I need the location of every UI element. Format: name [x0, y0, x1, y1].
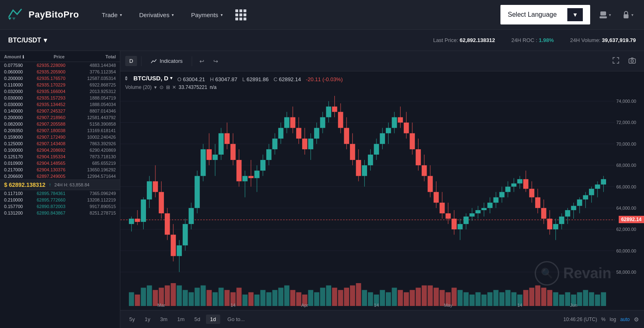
percent-mode-button[interactable]: %: [601, 317, 606, 322]
chart-tools-right: [609, 55, 639, 68]
sell-order-row[interactable]: 0.08200062907.2055885158.390858: [0, 121, 120, 127]
indicators-button[interactable]: Indicators: [146, 56, 187, 66]
1m-button[interactable]: 1m: [173, 315, 189, 324]
trade-arrow-icon: ▾: [120, 13, 122, 17]
lang-dropdown-arrow-icon: ▼: [567, 8, 583, 21]
derivatives-arrow-icon: ▾: [172, 13, 174, 17]
3m-button[interactable]: 3m: [156, 315, 171, 324]
sell-order-row[interactable]: 0.20000062907.21896012581.443792: [0, 114, 120, 121]
ohlc-info: BTC/USD, D ▾ O 63004.21 H 63047.87 L 628…: [125, 75, 343, 82]
svg-rect-1: [600, 16, 607, 18]
order-book-header: Amount ℹ Price Total: [0, 51, 120, 62]
volume-info: Volume (20) ▾ ⊙ ⊞ ✕ 33.74375221 n/a: [125, 84, 217, 90]
sell-order-row[interactable]: 0.20660062897.24900512994.571644: [0, 173, 120, 180]
watermark-icon: 🔍: [535, 261, 559, 286]
svg-rect-2: [624, 14, 629, 18]
payments-arrow-icon: ▾: [221, 13, 223, 17]
sell-order-row[interactable]: 0.20000062935.17657012587.035314: [0, 75, 120, 82]
buy-order-row[interactable]: 0.11710062895.7843617365.096249: [0, 190, 120, 197]
logo-text: PayBitoPro: [29, 9, 79, 20]
lock-icon-button[interactable]: ▾: [620, 8, 636, 21]
log-mode-button[interactable]: log: [610, 317, 616, 322]
col-amount: Amount ℹ: [4, 54, 37, 59]
order-book-panel: Amount ℹ Price Total 0.07759062935.22809…: [0, 51, 120, 328]
buy-order-row[interactable]: 0.13120062890.8438678251.278715: [0, 210, 120, 216]
pair-dropdown-icon: ▾: [44, 36, 47, 44]
nav-derivatives[interactable]: Derivatives ▾: [133, 8, 180, 22]
main-content: Amount ℹ Price Total 0.07759062935.22809…: [0, 51, 644, 328]
volume-value: 39,637,919.79: [602, 37, 636, 43]
current-price: $ 62892.138312: [4, 182, 45, 188]
sell-order-row[interactable]: 0.03000062935.1572931888.054719: [0, 95, 120, 101]
sell-order-row[interactable]: 0.14000062907.2453278807.014346: [0, 108, 120, 114]
ticker-info: Last Price: 62,892.138312 24H ROC : 1.98…: [433, 37, 636, 43]
sell-orders-list: 0.07759062935.2280904883.1443480.0600006…: [0, 62, 120, 180]
sell-order-row[interactable]: 0.11000062935.1702296922.868725: [0, 82, 120, 88]
toolbar-divider: [141, 56, 142, 66]
lock-dropdown-arrow: ▾: [631, 13, 633, 17]
symbol-dropdown-icon: ▾: [170, 75, 173, 81]
1y-button[interactable]: 1y: [141, 315, 155, 324]
chart-settings-button[interactable]: ⚙: [634, 316, 639, 323]
5y-button[interactable]: 5y: [125, 315, 139, 324]
sell-order-row[interactable]: 0.12517062904.1953347873.718130: [0, 153, 120, 160]
language-selector[interactable]: Select Language ▼: [500, 5, 590, 24]
user-icon: [599, 11, 607, 19]
nav-menu: Trade ▾ Derivatives ▾ Payments ▾: [95, 7, 500, 22]
toolbar-divider2: [192, 56, 192, 66]
camera-button[interactable]: [625, 55, 639, 68]
svg-rect-5: [126, 77, 127, 80]
sell-order-row[interactable]: 0.15900062907.17249010002.240426: [0, 134, 120, 140]
nav-trade[interactable]: Trade ▾: [95, 8, 129, 22]
last-price-label: Last Price:: [433, 37, 458, 43]
lang-selector-label: Select Language: [508, 11, 557, 18]
1d-button[interactable]: 1d: [206, 315, 220, 324]
time-bar: 5y 1y 3m 1m 5d 1d Go to... 10:46:26 (UTC…: [120, 310, 644, 328]
sell-order-row[interactable]: 0.01090062904.148565685.655219: [0, 160, 120, 166]
ohlc-h: H 63047.87: [210, 76, 237, 82]
header: PayBitoPro Trade ▾ Derivatives ▾ Payment…: [0, 0, 644, 30]
sell-order-row[interactable]: 0.03000062935.1344521888.054034: [0, 101, 120, 108]
lock-icon: [622, 11, 630, 19]
auto-mode-button[interactable]: auto: [620, 317, 630, 322]
chart-type-icon: [125, 75, 131, 81]
watermark-text: Revain: [563, 265, 611, 282]
volume-label: 24H Volume:: [570, 37, 600, 43]
sell-order-row[interactable]: 0.10000062904.2086926290.420869: [0, 147, 120, 153]
utc-time: 10:46:26 (UTC): [563, 317, 597, 322]
timeframe-d-button[interactable]: D: [125, 56, 137, 66]
sell-order-row[interactable]: 0.20935062907.18003813169.618141: [0, 127, 120, 134]
sell-order-row[interactable]: 0.03200062935.1660042013.925312: [0, 88, 120, 95]
sell-order-row[interactable]: 0.06000062935.2059003776.112354: [0, 69, 120, 75]
sell-order-row[interactable]: 0.12500062907.1434087863.392926: [0, 140, 120, 147]
svg-point-4: [631, 60, 633, 62]
goto-button[interactable]: Go to...: [222, 315, 251, 324]
nav-payments[interactable]: Payments ▾: [184, 8, 229, 22]
svg-rect-3: [629, 59, 635, 63]
sell-order-row[interactable]: 0.21700062904.13037613650.196292: [0, 166, 120, 173]
col-total: Total: [82, 54, 116, 59]
price-arrow-icon: ↑: [49, 182, 51, 188]
apps-grid-button[interactable]: [233, 7, 248, 22]
ohlc-l: L 62891.86: [242, 76, 269, 82]
roc-value: 1.98%: [539, 37, 554, 43]
user-dropdown-arrow: ▾: [609, 13, 611, 17]
last-price-value: 62,892.138312: [460, 37, 495, 43]
current-price-label: 62892.14: [619, 216, 644, 223]
roc-label: 24H ROC :: [511, 37, 538, 43]
redo-button[interactable]: ↪: [210, 56, 221, 66]
camera-icon: [629, 57, 636, 64]
5d-button[interactable]: 5d: [190, 315, 204, 324]
volume-na: n/a: [210, 84, 217, 90]
sell-order-row[interactable]: 0.07759062935.2280904883.144348: [0, 62, 120, 69]
price-24h-high: 24H H: 63,858.84: [54, 182, 89, 187]
pair-selector[interactable]: BTC/USDT ▾: [8, 36, 47, 44]
fullscreen-button[interactable]: [609, 55, 623, 68]
ohlc-c: C 62892.14: [274, 76, 301, 82]
undo-button[interactable]: ↩: [196, 56, 208, 66]
fullscreen-icon: [612, 57, 620, 64]
user-icon-button[interactable]: ▾: [597, 8, 613, 21]
buy-order-row[interactable]: 0.15770062890.8720039917.890515: [0, 203, 120, 210]
buy-order-row[interactable]: 0.21000062895.77266013208.112219: [0, 197, 120, 203]
chart-watermark: 🔍 Revain: [535, 261, 611, 286]
